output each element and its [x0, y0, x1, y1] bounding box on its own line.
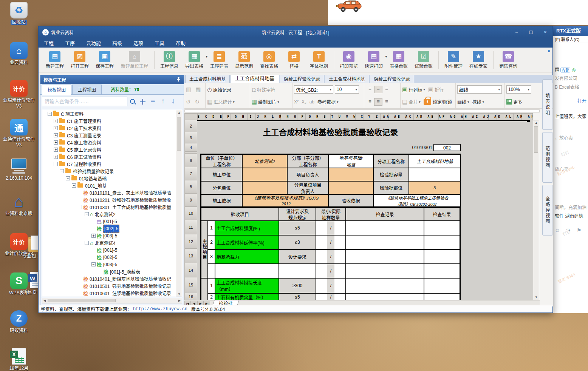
draw-picture-button[interactable]: ▦绘制图片▾: [252, 99, 279, 105]
align-bottom-button[interactable]: ≡: [382, 86, 391, 93]
cell-value[interactable]: 《建筑地基基础工程施工质量验收 规范》GB 50202-2002: [373, 194, 461, 207]
menu-advanced[interactable]: 高级: [112, 39, 122, 46]
cell-value[interactable]: 北京测试2: [242, 154, 287, 168]
menu-tools[interactable]: 工具: [155, 39, 164, 46]
tree-item[interactable]: −⌂北京测试2: [42, 211, 182, 218]
font-family-select[interactable]: 仿宋_GB2:▾: [294, 85, 333, 94]
result-cell[interactable]: [424, 278, 460, 293]
font-brush-button[interactable]: T字体批刷: [306, 51, 331, 69]
replace-button[interactable]: ⇄替换: [282, 51, 306, 69]
paste-button[interactable]: ▩: [195, 86, 202, 93]
desktop-icon-mayi[interactable]: Z 码蚁资料: [1, 310, 37, 334]
line-style-select[interactable]: 细线▾: [457, 85, 502, 94]
record-cell[interactable]: [346, 264, 424, 278]
tree-item[interactable]: +检[003]-5: [42, 232, 182, 239]
sample-cell[interactable]: /: [316, 249, 346, 264]
move-down-button[interactable]: ↓: [168, 97, 178, 105]
menu-project[interactable]: 工程: [44, 39, 54, 46]
tab-project-view[interactable]: 工程视图: [72, 85, 102, 94]
menu-cloud[interactable]: 云功能: [86, 39, 101, 46]
doc-tab-active[interactable]: 土工合成材料地基: [230, 75, 279, 83]
superscript-button[interactable]: X²: [294, 99, 299, 105]
item-cell[interactable]: [215, 264, 279, 278]
tree-item[interactable]: −C 施工资料: [42, 110, 182, 117]
align-top-button[interactable]: ≡: [366, 86, 374, 93]
erase-line-button[interactable]: 抹线▾: [472, 99, 484, 105]
cell-value[interactable]: [328, 181, 373, 194]
original-record-button[interactable]: ◷原始记录: [207, 86, 231, 93]
desktop-icon-recycle-bin[interactable]: ♻ 回收站: [1, 2, 37, 25]
test-ledger-button[interactable]: ☑试验台账: [411, 51, 436, 69]
tree-item[interactable]: −⌂北京测试4: [42, 239, 182, 246]
sample-cell[interactable]: /: [316, 293, 346, 300]
process-table-button[interactable]: ≣工序建表: [207, 51, 232, 69]
new-project-button[interactable]: ▤新建工程: [42, 51, 67, 69]
cell-value[interactable]: 地基与基础/ 地基: [328, 154, 373, 168]
search-input[interactable]: [42, 97, 127, 106]
sales-consult-button[interactable]: ☎销售咨询: [496, 51, 521, 69]
rtx-action-icons[interactable]: ☺ ↷ ⚑: [553, 226, 588, 234]
form-sheet[interactable]: 土工合成材料地基检验批质量验收记录 01010301 002 单位（子单位） 工…: [197, 120, 533, 300]
draw-line-button[interactable]: 画线▾: [457, 99, 469, 105]
desktop-icon-coal-pricing[interactable]: 计价 业煤炭计价软件V3: [1, 80, 37, 109]
record-cell[interactable]: [346, 249, 424, 264]
cell-value[interactable]: 5: [409, 181, 461, 194]
special-char-button[interactable]: Ω特殊字符: [252, 86, 275, 93]
column-ruler[interactable]: B C D E F G H I J K L M N O P Q R S T U …: [197, 113, 533, 120]
tree-item[interactable]: +C2 施工技术资料: [42, 125, 182, 132]
expand-all-button[interactable]: ＋: [138, 96, 148, 106]
expander-icon[interactable]: +: [54, 133, 58, 137]
open-project-button[interactable]: ▨打开工程: [67, 51, 92, 69]
tree-item[interactable]: −C7 过程验收资料: [42, 160, 182, 168]
tree-horizontal-scrollbar[interactable]: ◀▶: [42, 298, 182, 303]
cell-value[interactable]: [409, 168, 461, 181]
search-icon[interactable]: [130, 99, 135, 104]
tree-item[interactable]: 检01010601_注浆地基检验批质量验收记录: [42, 289, 182, 297]
collapse-all-button[interactable]: −: [148, 97, 158, 105]
sample-cell[interactable]: /: [316, 264, 346, 278]
sample-cell[interactable]: /: [316, 278, 346, 293]
expander-icon[interactable]: −: [48, 112, 52, 116]
tree-item[interactable]: −0101_地基: [42, 182, 182, 189]
rtx-menubar[interactable]: (F) 联系人(C): [553, 36, 588, 43]
summary-stats-button[interactable]: ▦汇总统计▾: [207, 99, 235, 105]
item-cell[interactable]: 土石料有机质含量（%）: [215, 293, 279, 300]
save-project-button[interactable]: ▣保存工程: [92, 51, 117, 69]
redo-button[interactable]: ↻: [195, 99, 201, 105]
expander-icon[interactable]: +: [54, 119, 58, 123]
doc-tab[interactable]: 隐蔽工程验收记录: [370, 75, 414, 83]
desktop-icon-telecom-pricing[interactable]: 通 业通信计价软件V3: [1, 119, 37, 148]
sample-cell[interactable]: /: [316, 235, 346, 249]
tab-fill-instructions[interactable]: 填表说明: [542, 79, 552, 130]
menu-help[interactable]: 帮助: [176, 39, 186, 46]
expander-icon[interactable]: −: [78, 205, 82, 209]
sample-cell[interactable]: /: [316, 221, 346, 235]
record-cell[interactable]: [346, 278, 424, 293]
item-cell[interactable]: 土工合成材料搭接长度 （mm）: [215, 278, 279, 293]
menu-process[interactable]: 工序: [65, 39, 75, 46]
undo-button[interactable]: ↺: [186, 99, 192, 105]
copy-button[interactable]: ▥: [186, 86, 192, 93]
doc-tab[interactable]: 隐蔽工程验收记录: [280, 75, 324, 83]
rtx-open-link[interactable]: 打开: [553, 96, 588, 105]
table-ledger-button[interactable]: ▦表格台账: [386, 51, 411, 69]
tab-full-path-view[interactable]: 全路径视图: [542, 185, 552, 236]
cell-value[interactable]: 土工合成材料地基: [409, 154, 461, 168]
rtx-tab-fragment[interactable]: B Excel表格: [553, 82, 588, 91]
item-cell[interactable]: 地基承载力: [215, 249, 279, 264]
strikethrough-button[interactable]: ab: [309, 99, 314, 105]
sheet-corner[interactable]: [184, 113, 197, 120]
tree-item[interactable]: 检[002]-5: [42, 254, 182, 261]
tree-item[interactable]: −检[003]-5: [42, 261, 182, 268]
tree-item[interactable]: +C6 施工试验资料: [42, 153, 182, 160]
expander-icon[interactable]: +: [91, 234, 96, 238]
tree-item[interactable]: +C4 施工物资资料: [42, 139, 182, 146]
align-right-button[interactable]: ≡: [382, 98, 391, 106]
item-cell[interactable]: 土工合成材料延伸率(%): [215, 235, 279, 249]
tree-item[interactable]: 检01010201_砂和砂石地基检验批质量验收: [42, 196, 182, 203]
desktop-icon-remote-pc[interactable]: 2.168.10.104: [1, 158, 37, 181]
expander-icon[interactable]: −: [91, 262, 96, 266]
doc-tab[interactable]: 土工合成材料地基: [325, 75, 369, 83]
record-cell[interactable]: [346, 221, 424, 235]
show-example-button[interactable]: 范显示范例: [232, 51, 257, 69]
